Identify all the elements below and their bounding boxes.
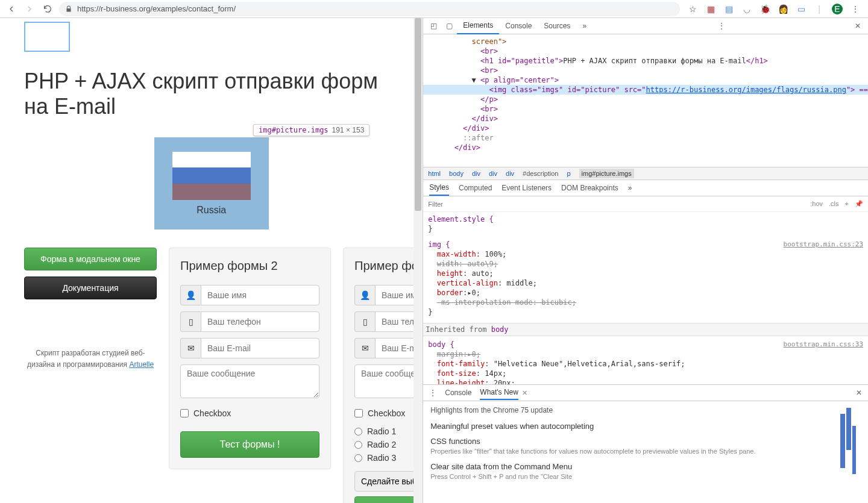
form-2-title: Пример формы 2 bbox=[180, 259, 319, 273]
devtools-panel: ◰ ▢ Elements Console Sources » ⋮ ✕ scree… bbox=[423, 18, 868, 503]
toolbar-icons: ☆ ▦ ▤ ◡ 🐞 👩 ▭ | E ⋮ bbox=[685, 4, 863, 14]
pin-icon[interactable]: 📌 bbox=[855, 200, 863, 208]
message-textarea[interactable] bbox=[354, 364, 423, 398]
inspect-tooltip: img#picture.imgs191 × 153 bbox=[253, 124, 370, 136]
ext-icon[interactable]: 🐞 bbox=[760, 4, 770, 14]
form-3-card: Пример формы 3 👤 ▯ ✉ Checkbox Radio 1 Ra… bbox=[343, 248, 423, 503]
email-input[interactable] bbox=[201, 338, 319, 358]
page-content: PHP + AJAX скрипт отправки форм на E-mai… bbox=[0, 18, 423, 503]
tab-console[interactable]: Console bbox=[499, 18, 538, 34]
page-scrollbar[interactable] bbox=[414, 18, 423, 503]
checkbox-field[interactable]: Checkbox bbox=[354, 408, 423, 418]
browser-toolbar: https://r-business.org/examples/contact_… bbox=[0, 0, 868, 18]
email-icon: ✉ bbox=[354, 338, 375, 358]
devtools-tabs: ◰ ▢ Elements Console Sources » ⋮ ✕ bbox=[423, 18, 868, 34]
add-rule-icon[interactable]: + bbox=[845, 200, 849, 208]
close-tab-icon[interactable]: ✕ bbox=[522, 389, 527, 397]
device-icon[interactable]: ▢ bbox=[441, 18, 457, 34]
ext-icon[interactable]: ◡ bbox=[741, 4, 752, 14]
styles-pane[interactable]: element.style {} bootstrap.min.css:23 im… bbox=[423, 212, 868, 384]
form-2-card: Пример формы 2 👤 ▯ ✉ Checkbox Тест формы… bbox=[169, 248, 331, 469]
hov-toggle[interactable]: :hov bbox=[810, 200, 823, 208]
styles-filter-row: :hov.cls+📌 bbox=[423, 196, 868, 212]
lock-icon bbox=[65, 5, 72, 13]
phone-icon: ▯ bbox=[180, 311, 201, 332]
devtools-close-icon[interactable]: ✕ bbox=[850, 19, 866, 33]
phone-input[interactable] bbox=[201, 311, 319, 332]
url-text: https://r-business.org/examples/contact_… bbox=[77, 4, 236, 13]
forward-button[interactable] bbox=[23, 2, 36, 16]
credit-text: Скрипт разработан студией веб-дизайна и … bbox=[24, 348, 157, 370]
address-bar[interactable]: https://r-business.org/examples/contact_… bbox=[59, 2, 680, 16]
tab-computed[interactable]: Computed bbox=[459, 181, 492, 195]
ext-icon[interactable]: ▦ bbox=[705, 4, 716, 14]
back-button[interactable] bbox=[5, 2, 18, 16]
flag-image: Russia bbox=[154, 137, 269, 230]
radio-2[interactable]: Radio 2 bbox=[354, 440, 423, 449]
minimap-icon bbox=[840, 408, 856, 480]
menu-icon[interactable]: ⋮ bbox=[850, 4, 861, 14]
tab-sources[interactable]: Sources bbox=[538, 18, 576, 34]
checkbox-field[interactable]: Checkbox bbox=[180, 408, 319, 418]
documentation-button[interactable]: Документация bbox=[24, 276, 157, 299]
radio-3[interactable]: Radio 3 bbox=[354, 453, 423, 463]
submit-button[interactable]: Тест формы ! bbox=[180, 431, 319, 458]
whatsnew-panel: Highlights from the Chrome 75 update Mea… bbox=[423, 401, 868, 503]
console-drawer-tabs: ⋮ Console What's New ✕ ✕ bbox=[423, 384, 868, 401]
ext-icon[interactable]: 👩 bbox=[778, 4, 788, 14]
drawer-menu-icon[interactable]: ⋮ bbox=[429, 389, 436, 397]
dom-selected-node[interactable]: <img class="imgs" id="picture" src="http… bbox=[423, 85, 868, 95]
tab-console-drawer[interactable]: Console bbox=[445, 386, 471, 399]
message-textarea[interactable] bbox=[180, 364, 319, 398]
email-icon: ✉ bbox=[180, 338, 201, 358]
flag-label: Russia bbox=[197, 205, 226, 216]
cls-toggle[interactable]: .cls bbox=[829, 200, 839, 208]
select-field[interactable]: Сделайте выбор bbox=[354, 471, 423, 492]
tab-elements[interactable]: Elements bbox=[457, 18, 499, 34]
star-icon[interactable]: ☆ bbox=[687, 4, 698, 14]
dom-tree[interactable]: screen"> <br> <h1 id="pagetitle">PHP + A… bbox=[423, 34, 868, 167]
submit-button[interactable]: Тест формы ! bbox=[354, 496, 423, 503]
radio-1[interactable]: Radio 1 bbox=[354, 426, 423, 436]
profile-avatar[interactable]: E bbox=[832, 4, 843, 14]
ext-icon[interactable]: ▭ bbox=[796, 4, 807, 14]
tab-whatsnew[interactable]: What's New bbox=[480, 386, 518, 400]
form-3-title: Пример формы 3 bbox=[354, 259, 423, 273]
drawer-close-icon[interactable]: ✕ bbox=[856, 389, 862, 397]
tab-listeners[interactable]: Event Listeners bbox=[502, 181, 552, 195]
news-heading: Highlights from the Chrome 75 update bbox=[430, 406, 861, 414]
reload-button[interactable] bbox=[41, 2, 54, 16]
phone-icon: ▯ bbox=[354, 311, 375, 332]
inspect-icon[interactable]: ◰ bbox=[426, 18, 441, 34]
page-title: PHP + AJAX скрипт отправки форм на E-mai… bbox=[24, 69, 398, 119]
broken-image-placeholder bbox=[24, 22, 70, 52]
user-icon: 👤 bbox=[354, 285, 375, 305]
user-icon: 👤 bbox=[180, 285, 201, 305]
tabs-overflow-icon[interactable]: » bbox=[576, 18, 593, 34]
styles-tabs: Styles Computed Event Listeners DOM Brea… bbox=[423, 180, 868, 196]
dom-breadcrumbs[interactable]: htmlbody divdiv div#description pimg#pic… bbox=[423, 167, 868, 180]
devtools-menu-icon[interactable]: ⋮ bbox=[713, 19, 730, 33]
tab-styles[interactable]: Styles bbox=[429, 180, 449, 196]
credit-link[interactable]: Artuelle bbox=[129, 360, 154, 369]
modal-form-button[interactable]: Форма в модальном окне bbox=[24, 248, 157, 270]
name-input[interactable] bbox=[201, 285, 319, 305]
tab-breakpoints[interactable]: DOM Breakpoints bbox=[561, 181, 618, 195]
ext-icon[interactable]: ▤ bbox=[723, 4, 734, 14]
overflow-icon[interactable]: » bbox=[628, 181, 632, 195]
styles-filter-input[interactable] bbox=[428, 201, 810, 208]
